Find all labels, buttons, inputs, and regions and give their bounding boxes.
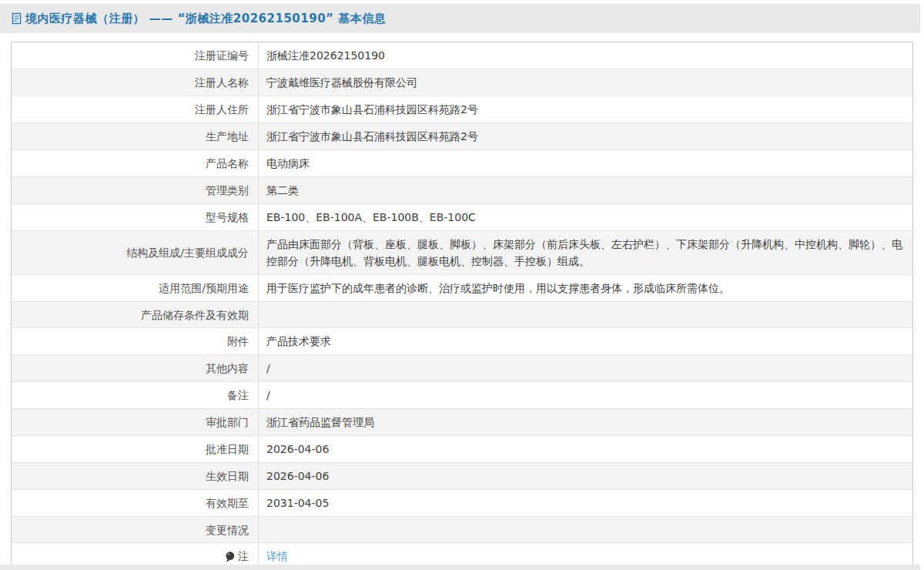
row-value: 2026-04-06 bbox=[259, 436, 912, 462]
table-row: 其他内容/ bbox=[12, 354, 912, 381]
row-label: 管理类别 bbox=[12, 177, 259, 203]
row-value: 产品技术要求 bbox=[259, 328, 912, 354]
row-label: 生效日期 bbox=[12, 463, 259, 489]
page-footer-band bbox=[0, 565, 920, 570]
document-icon bbox=[11, 12, 22, 25]
row-label: 变更情况 bbox=[12, 517, 259, 542]
row-value: 用于医疗监护下的成年患者的诊断、治疗或监护时使用，用以支撑患者身体，形成临床所需… bbox=[259, 275, 912, 301]
row-label: 产品储存条件及有效期 bbox=[12, 302, 259, 327]
row-value: 宁波戴维医疗器械股份有限公司 bbox=[259, 69, 912, 96]
row-value: 电动病床 bbox=[259, 150, 912, 176]
table-row: 生产地址浙江省宁波市象山县石浦科技园区科苑路2号 bbox=[12, 122, 912, 149]
row-value: / bbox=[259, 355, 912, 381]
row-value: 2031-04-05 bbox=[259, 490, 912, 516]
table-row: 结构及组成/主要组成成分产品由床面部分（背板、座板、腿板、脚板）、床架部分（前后… bbox=[12, 230, 912, 274]
table-row: 变更情况 bbox=[12, 516, 912, 542]
row-label: 型号规格 bbox=[12, 204, 259, 230]
row-value bbox=[259, 517, 912, 542]
table-row: 型号规格EB-100、EB-100A、EB-100B、EB-100C bbox=[12, 203, 912, 230]
table-row: 注册人名称宁波戴维医疗器械股份有限公司 bbox=[12, 69, 912, 96]
row-label: 备注 bbox=[12, 382, 259, 408]
row-label: 生产地址 bbox=[12, 123, 259, 149]
row-label: 注册证编号 bbox=[12, 42, 259, 69]
row-label: 产品名称 bbox=[12, 150, 259, 176]
row-value: 第二类 bbox=[259, 177, 912, 203]
table-row: 审批部门浙江省药品监督管理局 bbox=[12, 408, 912, 435]
table-row: 注册人住所浙江省宁波市象山县石浦科技园区科苑路2号 bbox=[12, 96, 912, 122]
row-value: EB-100、EB-100A、EB-100B、EB-100C bbox=[259, 204, 912, 230]
table-row: 备注/ bbox=[12, 381, 912, 408]
row-label: 其他内容 bbox=[12, 355, 259, 381]
row-label: 注册人名称 bbox=[12, 69, 259, 96]
row-value: 2026-04-06 bbox=[259, 463, 912, 489]
info-table: 注册证编号浙械注准20262150190注册人名称宁波戴维医疗器械股份有限公司注… bbox=[11, 42, 913, 570]
table-row: 适用范围/预期用途用于医疗监护下的成年患者的诊断、治疗或监护时使用，用以支撑患者… bbox=[12, 274, 912, 301]
row-label: 注册人住所 bbox=[12, 96, 259, 122]
row-value: 浙江省药品监督管理局 bbox=[259, 409, 912, 435]
row-label: 结构及组成/主要组成成分 bbox=[12, 231, 259, 274]
row-value: / bbox=[259, 382, 912, 408]
page-title: 境内医疗器械（注册） —— “浙械注准20262150190” 基本信息 bbox=[25, 12, 386, 26]
table-row: 产品储存条件及有效期 bbox=[12, 301, 912, 327]
page-header-band: 境内医疗器械（注册） —— “浙械注准20262150190” 基本信息 bbox=[0, 4, 920, 33]
row-label: 有效期至 bbox=[12, 490, 259, 516]
row-value: 浙江省宁波市象山县石浦科技园区科苑路2号 bbox=[259, 123, 912, 149]
details-link[interactable]: 详情 bbox=[266, 548, 288, 565]
row-label: 批准日期 bbox=[12, 436, 259, 462]
row-label: 审批部门 bbox=[12, 409, 259, 435]
table-row: 产品名称电动病床 bbox=[12, 149, 912, 176]
row-label: 附件 bbox=[12, 328, 259, 354]
row-value bbox=[259, 302, 912, 327]
row-value: 浙江省宁波市象山县石浦科技园区科苑路2号 bbox=[259, 96, 912, 122]
table-row: 批准日期2026-04-06 bbox=[12, 435, 912, 462]
table-row: 注册证编号浙械注准20262150190 bbox=[12, 42, 912, 69]
row-label: 适用范围/预期用途 bbox=[12, 275, 259, 301]
table-row: 生效日期2026-04-06 bbox=[12, 462, 912, 489]
row-value: 产品由床面部分（背板、座板、腿板、脚板）、床架部分（前后床头板、左右护栏）、下床… bbox=[259, 231, 912, 274]
row-value: 浙械注准20262150190 bbox=[259, 42, 912, 69]
table-row: 有效期至2031-04-05 bbox=[12, 489, 912, 516]
note-bulb-icon bbox=[225, 551, 235, 563]
table-row: 附件产品技术要求 bbox=[12, 327, 912, 354]
table-row: 管理类别第二类 bbox=[12, 176, 912, 203]
